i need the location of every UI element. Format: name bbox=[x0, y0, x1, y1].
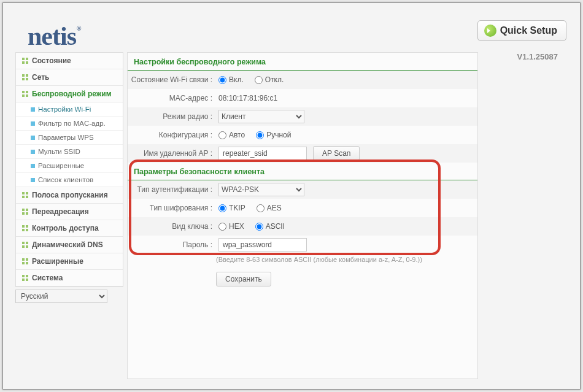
submenu-icon bbox=[31, 107, 35, 112]
menu-icon bbox=[22, 192, 28, 198]
section-security-title: Параметры безопасности клиента bbox=[128, 163, 477, 180]
main-panel: Настройки беспроводного режима Состояние… bbox=[127, 52, 478, 379]
wifi-state-off[interactable]: Откл. bbox=[255, 75, 284, 84]
sidebar-item-bandwidth[interactable]: Полоса пропускания bbox=[16, 187, 123, 204]
sidebar-item-access[interactable]: Контроль доступа bbox=[16, 220, 123, 237]
quick-setup-label: Quick Setup bbox=[500, 25, 557, 36]
sidebar-item-forwarding[interactable]: Переадресация bbox=[16, 204, 123, 220]
sidebar-sub-multi-ssid[interactable]: Мульти SSID bbox=[16, 145, 123, 159]
config-label: Конфигурация : bbox=[128, 131, 216, 139]
enc-aes[interactable]: AES bbox=[257, 204, 282, 212]
menu-icon bbox=[22, 91, 28, 97]
remote-ap-input[interactable] bbox=[218, 147, 307, 160]
sidebar-sub-wifi-settings[interactable]: Настройки Wi-Fi bbox=[16, 102, 123, 117]
submenu-icon bbox=[31, 178, 35, 182]
menu-icon bbox=[22, 225, 28, 231]
auth-select[interactable]: WPA2-PSK bbox=[218, 183, 304, 196]
enc-label: Тип шифрования : bbox=[128, 204, 216, 212]
menu-icon bbox=[22, 258, 28, 264]
sidebar-item-advanced[interactable]: Расширенные bbox=[16, 253, 123, 270]
password-input[interactable] bbox=[218, 238, 307, 252]
ap-scan-button[interactable]: AP Scan bbox=[313, 146, 360, 161]
menu-icon bbox=[22, 74, 28, 80]
section-wireless-title: Настройки беспроводного режима bbox=[128, 53, 477, 71]
sidebar-sub-clients[interactable]: Список клиентов bbox=[16, 173, 123, 187]
enc-tkip[interactable]: TKIP bbox=[218, 204, 245, 212]
sidebar-sub-mac-filter[interactable]: Фильтр по MAC-адр. bbox=[16, 117, 123, 131]
sidebar-item-network[interactable]: Сеть bbox=[16, 69, 123, 86]
config-manual[interactable]: Ручной bbox=[256, 131, 291, 139]
key-type-label: Вид ключа : bbox=[128, 222, 216, 231]
mac-value: 08:10:17:81:96:c1 bbox=[218, 94, 277, 102]
sidebar: Состояние Сеть Беспроводной режим Настро… bbox=[15, 52, 123, 379]
radio-mode-label: Режим радио : bbox=[128, 112, 216, 121]
config-auto[interactable]: Авто bbox=[218, 131, 245, 139]
sidebar-item-wireless[interactable]: Беспроводной режим bbox=[16, 86, 123, 102]
submenu-icon bbox=[31, 136, 35, 140]
wifi-state-on[interactable]: Вкл. bbox=[218, 75, 244, 84]
sidebar-item-status[interactable]: Состояние bbox=[16, 53, 123, 69]
key-ascii[interactable]: ASCII bbox=[255, 222, 285, 231]
menu-icon bbox=[22, 58, 28, 64]
remote-ap-label: Имя удаленной AP : bbox=[128, 149, 216, 158]
radio-mode-select[interactable]: Клиент bbox=[218, 110, 304, 123]
menu-icon bbox=[22, 209, 28, 215]
wifi-state-label: Состояние Wi-Fi связи : bbox=[128, 75, 216, 84]
menu-icon bbox=[22, 275, 28, 281]
auth-label: Тип аутентификации : bbox=[128, 185, 216, 194]
logo: netis® bbox=[28, 21, 80, 51]
save-button[interactable]: Сохранить bbox=[216, 272, 271, 286]
quick-setup-icon bbox=[484, 25, 496, 37]
language-select[interactable]: Русский bbox=[15, 290, 107, 303]
password-label: Пароль : bbox=[128, 240, 216, 249]
sidebar-sub-wps[interactable]: Параметры WPS bbox=[16, 131, 123, 145]
key-hex[interactable]: HEX bbox=[218, 222, 244, 231]
mac-label: MAC-адрес : bbox=[128, 94, 216, 102]
menu-icon bbox=[22, 242, 28, 248]
sidebar-item-ddns[interactable]: Динамический DNS bbox=[16, 237, 123, 253]
password-hint: (Введите 8-63 символов ASCII (любые комб… bbox=[128, 254, 477, 267]
submenu-icon bbox=[31, 150, 35, 154]
sidebar-item-system[interactable]: Система bbox=[16, 270, 123, 286]
quick-setup-button[interactable]: Quick Setup bbox=[477, 20, 566, 41]
sidebar-sub-advanced[interactable]: Расширенные bbox=[16, 159, 123, 173]
submenu-icon bbox=[31, 121, 35, 126]
submenu-icon bbox=[31, 164, 35, 168]
